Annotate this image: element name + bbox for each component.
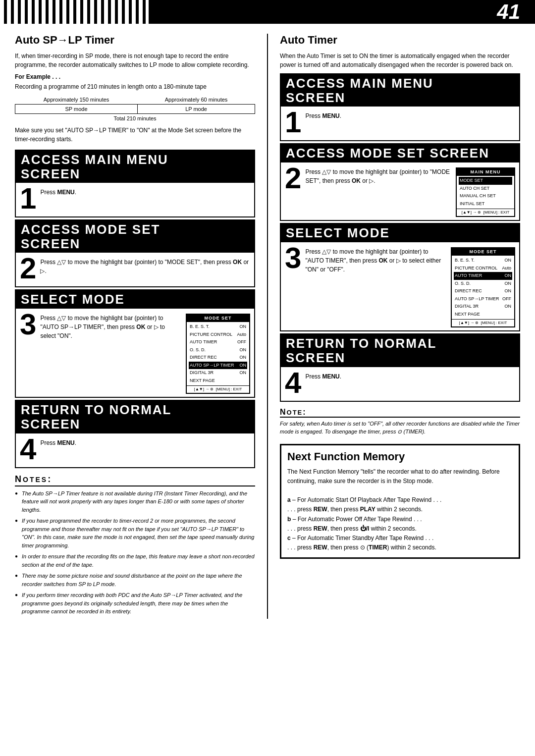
- right-step-1-body: 1 Press MENU.: [281, 107, 519, 140]
- right-step-3-screen: MODE SET B. E. S. T.ON PICTURE CONTROLAu…: [451, 247, 515, 328]
- screen-footer: [▲▼] → ⊛ [MENU] : EXIT: [457, 209, 514, 216]
- right-step-2-number: 2: [285, 163, 301, 193]
- make-sure-text: Make sure you set "AUTO SP→LP TIMER" to …: [15, 126, 255, 144]
- right-step-3-body: 3 Press △▽ to move the highlight bar (po…: [281, 242, 519, 331]
- screen-item-highlighted: MODE SET: [459, 177, 512, 185]
- right-step-2-title: ACCESS MODE SET SCREEN: [286, 146, 514, 161]
- item-c-label: c: [287, 535, 291, 541]
- note-item: If you have programmed the recorder to t…: [15, 517, 255, 549]
- left-step-3-content: Press △▽ to move the highlight bar (poin…: [40, 312, 250, 394]
- screen-item: PICTURE CONTROLAuto: [189, 331, 247, 339]
- right-step-1-title: ACCESS MAIN MENUSCREEN: [286, 76, 514, 105]
- right-step-3-content: Press △▽ to move the highlight bar (poin…: [305, 245, 515, 328]
- screen-item: B. E. S. T.ON: [189, 323, 247, 331]
- right-section-desc: When the Auto Timer is set to ON the tim…: [280, 52, 520, 69]
- col2-mode: LP mode: [138, 105, 255, 114]
- right-step-4-body: 4 Press MENU.: [281, 367, 519, 401]
- item-a-sub: . . . press REW, then press PLAY within …: [287, 506, 423, 513]
- screen-item: NEXT PAGE: [454, 311, 512, 319]
- screen-item: O. S. D.ON: [189, 346, 247, 354]
- notes-list: The Auto SP→LP Timer feature is not avai…: [15, 489, 255, 616]
- right-step-4-title: RETURN TO NORMALSCREEN: [286, 336, 514, 365]
- item-a-text: – For Automatic Start Of Playback After …: [292, 496, 441, 503]
- left-step-2: ACCESS MODE SETSCREEN 2 Press △▽ to move…: [15, 219, 255, 287]
- left-step-3: SELECT MODE 3 Press △▽ to move the highl…: [15, 289, 255, 398]
- left-step-2-body: 2 Press △▽ to move the highlight bar (po…: [16, 253, 254, 286]
- right-step-1-number: 1: [285, 108, 301, 137]
- left-section-title: Auto SP→LP Timer: [15, 34, 255, 47]
- total-label: Total 210 minutes: [15, 114, 255, 123]
- item-b-text: – For Automatic Power Off After Tape Rew…: [293, 516, 422, 523]
- left-step-2-content: Press △▽ to move the highlight bar (poin…: [40, 256, 250, 275]
- col1-header: Approximately 150 minutes: [15, 95, 138, 105]
- screen-item: PICTURE CONTROLAuto: [454, 265, 512, 272]
- screen-item: INITIAL SET: [459, 200, 512, 208]
- column-divider: [267, 34, 268, 619]
- screen-body: B. E. S. T.ON PICTURE CONTROLAuto AUTO T…: [187, 322, 249, 385]
- screen-item: O. S. D.ON: [454, 280, 512, 288]
- screen-title: MAIN MENU: [457, 168, 514, 176]
- col1-mode: SP mode: [15, 105, 138, 114]
- left-step-3-number: 3: [20, 310, 36, 339]
- right-step-2-header: ACCESS MODE SET SCREEN: [281, 144, 519, 162]
- right-step-4: RETURN TO NORMALSCREEN 4 Press MENU.: [280, 333, 520, 401]
- right-step-4-content: Press MENU.: [305, 370, 515, 381]
- left-step-2-number: 2: [20, 254, 36, 283]
- screen-footer: [▲▼] → ⊛ [MENU] : EXIT: [187, 385, 249, 393]
- screen-title: MODE SET: [187, 315, 249, 323]
- left-column: Auto SP→LP Timer If, when timer-recordin…: [15, 34, 255, 619]
- left-step-1-title: ACCESS MAIN MENUSCREEN: [21, 153, 249, 181]
- right-step-4-number: 4: [285, 368, 301, 398]
- screen-item: DIGITAL 3RON: [454, 303, 512, 311]
- left-step-4-number: 4: [20, 434, 36, 464]
- for-example-label: For Example . . .: [15, 73, 255, 80]
- right-step-4-header: RETURN TO NORMALSCREEN: [281, 334, 519, 367]
- left-step-2-header: ACCESS MODE SETSCREEN: [16, 220, 254, 253]
- notes-title: NOTES:: [15, 474, 255, 486]
- col2-header: Approximately 60 minutes: [138, 95, 255, 105]
- left-step-4-body: 4 Press MENU.: [16, 433, 254, 467]
- right-step-1: ACCESS MAIN MENUSCREEN 1 Press MENU.: [280, 73, 520, 141]
- item-b-label: b: [287, 516, 291, 523]
- left-step-3-body: 3 Press △▽ to move the highlight bar (po…: [16, 309, 254, 397]
- left-step-1-number: 1: [20, 184, 36, 214]
- page-header: 41: [0, 0, 535, 24]
- screen-item: DIGITAL 3RON: [189, 369, 247, 377]
- right-step-1-content: Press MENU.: [305, 109, 515, 120]
- note-item: There may be some picture noise and soun…: [15, 572, 255, 588]
- left-section-desc: If, when timer-recording in SP mode, the…: [15, 52, 255, 69]
- next-function-title: Next Function Memory: [287, 450, 513, 463]
- screen-title: MODE SET: [452, 248, 514, 256]
- next-function-main-text: The Next Function Memory "tells" the rec…: [287, 468, 500, 485]
- screen-item-highlighted: AUTO TIMERON: [454, 272, 512, 280]
- right-step-3: SELECT MODE 3 Press △▽ to move the highl…: [280, 223, 520, 331]
- screen-item: NEXT PAGE: [189, 377, 247, 385]
- left-step-4-header: RETURN TO NORMALSCREEN: [16, 401, 254, 433]
- screen-item: AUTO SP→LP TIMEROFF: [454, 295, 512, 303]
- item-c-sub: . . . press REW, then press ⊙ (TIMER) wi…: [287, 544, 436, 551]
- right-column: Auto Timer When the Auto Timer is set to…: [280, 34, 520, 619]
- screen-item-highlighted: AUTO SP→LP TIMERON: [189, 362, 247, 370]
- left-step-3-screen: MODE SET B. E. S. T.ON PICTURE CONTROLAu…: [186, 314, 250, 394]
- left-step-1-content: Press MENU.: [40, 186, 250, 197]
- right-section-title: Auto Timer: [280, 34, 520, 47]
- next-function-desc: The Next Function Memory "tells" the rec…: [287, 467, 513, 553]
- item-c-text: – For Automatic Timer Standby After Tape…: [292, 535, 433, 541]
- right-step-1-header: ACCESS MAIN MENUSCREEN: [281, 74, 519, 107]
- item-b-sub: . . . press REW, then press ⏻/I within 2…: [287, 525, 417, 532]
- right-step-2: ACCESS MODE SET SCREEN 2 Press △▽ to mov…: [280, 143, 520, 221]
- notes-section: NOTES: The Auto SP→LP Timer feature is n…: [15, 474, 255, 616]
- left-step-3-title: SELECT MODE: [21, 292, 249, 307]
- screen-item: MANUAL CH SET: [459, 192, 512, 200]
- right-step-3-header: SELECT MODE: [281, 224, 519, 242]
- note-item: In order to ensure that the recording fi…: [15, 552, 255, 569]
- screen-body: B. E. S. T.ON PICTURE CONTROLAuto AUTO T…: [452, 256, 514, 319]
- left-step-4-content: Press MENU.: [40, 436, 250, 447]
- note-item: If you perform timer recording with both…: [15, 591, 255, 616]
- right-step-2-screen: MAIN MENU MODE SET AUTO CH SET MANUAL CH…: [456, 167, 515, 217]
- screen-body: MODE SET AUTO CH SET MANUAL CH SET INITI…: [457, 176, 514, 209]
- left-step-1-body: 1 Press MENU.: [16, 183, 254, 216]
- right-step-3-title: SELECT MODE: [286, 226, 514, 240]
- left-step-4-title: RETURN TO NORMALSCREEN: [21, 403, 249, 431]
- screen-item: B. E. S. T.ON: [454, 257, 512, 265]
